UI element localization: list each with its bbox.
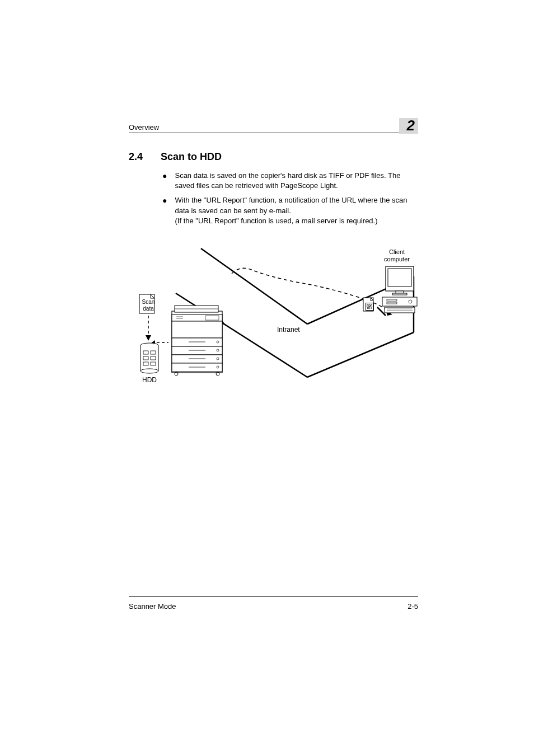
bullet-text: Scan data is saved on the copier's hard … bbox=[175, 171, 418, 191]
svg-marker-9 bbox=[146, 335, 151, 341]
page-header: Overview 2 bbox=[129, 116, 418, 133]
svg-rect-51 bbox=[396, 291, 404, 293]
bullet-item: ● With the "URL Report" function, a noti… bbox=[162, 195, 418, 226]
svg-rect-21 bbox=[172, 321, 222, 338]
section-title: Scan to HDD bbox=[161, 151, 222, 163]
chapter-number: 2 bbox=[399, 118, 418, 134]
section-number: 2.4 bbox=[129, 151, 143, 163]
bullet-list: ● Scan data is saved on the copier's har… bbox=[162, 171, 418, 226]
intranet-label: Intranet bbox=[277, 326, 300, 334]
hdd-label: HDD bbox=[142, 376, 157, 384]
svg-rect-25 bbox=[172, 363, 222, 372]
client-computer-label: Client computer bbox=[381, 248, 413, 263]
footer-right: 2-5 bbox=[407, 602, 418, 611]
svg-rect-22 bbox=[172, 338, 222, 346]
svg-rect-23 bbox=[172, 346, 222, 355]
svg-rect-57 bbox=[385, 307, 415, 313]
file-format-label: PDF TIFF bbox=[366, 303, 374, 311]
bullet-icon: ● bbox=[162, 195, 167, 226]
header-label: Overview bbox=[129, 123, 159, 132]
scan-data-label: Scan data bbox=[140, 299, 156, 312]
svg-line-3 bbox=[307, 332, 414, 377]
section-heading: 2.4 Scan to HDD bbox=[129, 151, 418, 163]
bullet-item: ● Scan data is saved on the copier's har… bbox=[162, 171, 418, 191]
footer-left: Scanner Mode bbox=[129, 602, 176, 611]
bullet-text: With the "URL Report" function, a notifi… bbox=[175, 195, 418, 226]
page-footer: Scanner Mode 2-5 bbox=[129, 596, 418, 611]
svg-rect-50 bbox=[388, 269, 411, 287]
svg-rect-24 bbox=[172, 355, 222, 363]
network-diagram: Client computer Scan data Intranet HDD P… bbox=[132, 243, 418, 405]
svg-point-40 bbox=[140, 369, 158, 373]
diagram-svg bbox=[128, 243, 419, 394]
svg-rect-52 bbox=[392, 293, 407, 295]
bullet-icon: ● bbox=[162, 171, 167, 191]
